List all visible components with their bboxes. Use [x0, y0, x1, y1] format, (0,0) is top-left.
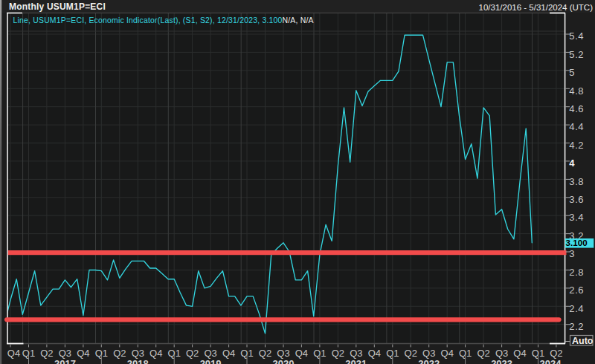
svg-text:2020: 2020	[273, 358, 295, 364]
svg-text:Q4: Q4	[77, 348, 89, 359]
svg-text:2021: 2021	[345, 358, 367, 364]
svg-text:Q2: Q2	[405, 348, 417, 359]
svg-text:Q4: Q4	[295, 348, 308, 359]
svg-text:3: 3	[569, 248, 575, 259]
svg-text:Q4: Q4	[441, 348, 454, 359]
svg-text:10/31/2016 - 5/31/2024 (UTC): 10/31/2016 - 5/31/2024 (UTC)	[479, 3, 594, 12]
svg-text:Q3: Q3	[495, 348, 508, 359]
svg-text:Q2: Q2	[477, 348, 489, 359]
svg-text:Q3: Q3	[204, 348, 216, 359]
svg-text:Q3: Q3	[132, 348, 144, 359]
svg-text:Q2: Q2	[259, 348, 271, 359]
svg-text:2.2: 2.2	[569, 321, 584, 332]
svg-text:2.8: 2.8	[569, 267, 584, 278]
svg-text:Q2: Q2	[550, 348, 562, 359]
svg-text:4.4: 4.4	[569, 121, 584, 132]
svg-text:Q2: Q2	[332, 348, 344, 359]
svg-text:4.6: 4.6	[569, 103, 584, 114]
svg-text:2017: 2017	[54, 358, 76, 364]
svg-text:4.8: 4.8	[569, 85, 584, 97]
svg-text:Q2: Q2	[113, 348, 126, 359]
svg-text:Q4: Q4	[7, 348, 20, 359]
svg-text:Q3: Q3	[277, 348, 289, 359]
svg-text:4.2: 4.2	[569, 140, 584, 151]
svg-text:3.8: 3.8	[569, 176, 584, 187]
svg-text:Q4: Q4	[222, 348, 235, 359]
svg-text:Q4: Q4	[149, 348, 162, 359]
svg-text:4: 4	[569, 157, 575, 169]
svg-text:2.4: 2.4	[569, 303, 584, 314]
svg-text:Monthly USUM1P=ECI: Monthly USUM1P=ECI	[9, 1, 106, 12]
svg-text:Q3: Q3	[350, 348, 362, 359]
svg-text:Q4: Q4	[368, 348, 381, 359]
svg-text:3.100: 3.100	[566, 238, 588, 247]
svg-text:Q2: Q2	[186, 348, 199, 359]
svg-text:2019: 2019	[200, 358, 222, 364]
svg-text:Q3: Q3	[422, 348, 435, 359]
svg-text:2024: 2024	[540, 358, 562, 364]
svg-text:2.6: 2.6	[569, 285, 584, 296]
svg-text:Q4: Q4	[513, 348, 526, 359]
svg-text:2022: 2022	[418, 358, 440, 364]
svg-text:3.6: 3.6	[569, 194, 584, 205]
svg-text:2018: 2018	[127, 358, 149, 364]
svg-text:Auto: Auto	[572, 336, 594, 346]
svg-text:Q2: Q2	[40, 348, 53, 359]
svg-text:Q3: Q3	[59, 348, 71, 359]
svg-text:2023: 2023	[491, 358, 512, 364]
svg-text:3.4: 3.4	[569, 212, 584, 223]
svg-text:5: 5	[569, 67, 575, 78]
svg-text:5.4: 5.4	[569, 30, 584, 42]
svg-text:Line, USUM1P=ECI, Economic Ind: Line, USUM1P=ECI, Economic Indicator(Las…	[13, 16, 314, 25]
svg-text:5.2: 5.2	[569, 49, 584, 60]
